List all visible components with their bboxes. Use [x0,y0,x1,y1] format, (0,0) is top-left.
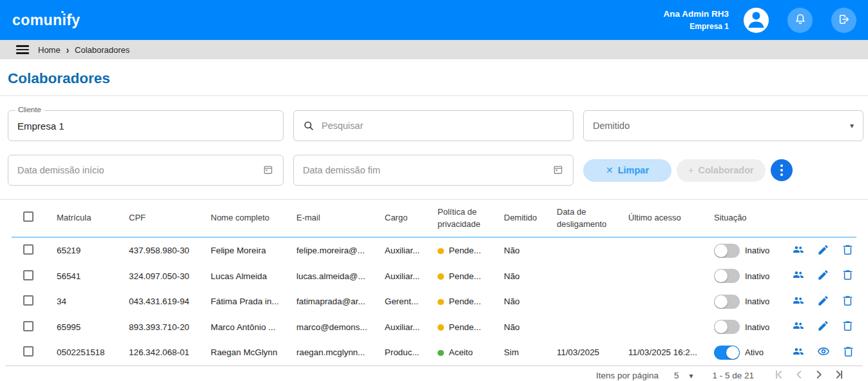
delete-button[interactable] [842,320,854,334]
group-icon [791,268,805,284]
notifications-button[interactable] [787,8,813,33]
cell-demitido: Não [504,297,557,306]
view-button[interactable] [817,345,830,360]
edit-button[interactable] [817,295,829,309]
select-all-checkbox[interactable] [23,211,34,222]
user-company: Empresa 1 [663,21,729,32]
delete-button[interactable] [842,269,854,283]
date-end-input[interactable] [303,165,552,175]
delete-button[interactable] [842,244,854,258]
table-row: 65995 893.393.710-20 Marco Antônio ... m… [12,315,856,340]
status-toggle[interactable] [714,295,740,309]
cell-politica: Pende... [438,246,504,255]
page-title: Colaboradores [8,70,868,87]
edit-button[interactable] [817,320,829,334]
bell-icon [794,13,807,28]
user-icon [744,8,769,33]
cell-cpf: 043.431.619-94 [129,297,211,306]
col-header-demitido: Demitido [504,212,557,224]
group-button[interactable] [791,243,805,259]
logo-dot [70,14,72,16]
cell-email: fatimaprada@ar... [296,297,385,306]
cell-cpf: 893.393.710-20 [129,322,211,332]
user-info: Ana Admin RH3 Empresa 1 [663,8,729,32]
top-header: comunify Ana Admin RH3 Empresa 1 [0,0,868,40]
cell-ultimo-acesso: 11/03/2025 16:2... [628,347,714,357]
items-per-page-label: Itens por página [596,371,659,380]
demitido-select[interactable]: Demitido ▾ [583,110,863,141]
prev-page-button[interactable] [793,369,805,381]
trash-icon [842,244,854,258]
filter-buttons: ✕ Limpar + Colaborador [583,155,863,186]
date-start-input[interactable] [17,165,262,175]
cell-situacao: Ativo [714,346,789,360]
edit-button[interactable] [817,269,829,283]
cell-situacao: Inativo [714,269,789,283]
next-page-button[interactable] [813,369,825,381]
more-options-button[interactable] [771,159,793,181]
col-header-email: E-mail [296,212,385,224]
delete-button[interactable] [842,346,854,360]
search-input[interactable] [322,121,564,131]
group-icon [791,319,805,335]
last-page-icon [833,369,845,381]
app-logo[interactable]: comunify [12,12,80,29]
first-page-button[interactable] [773,369,785,381]
items-per-page-value: 5 [674,371,679,380]
status-toggle[interactable] [714,244,740,258]
breadcrumb-home[interactable]: Home [38,45,61,55]
col-header-ultimo-acesso: Último acesso [628,212,714,224]
row-actions [789,243,856,259]
calendar-end-button[interactable] [552,164,564,177]
cell-cargo: Gerent... [385,297,438,306]
cell-cpf: 437.958.980-30 [129,246,211,255]
items-per-page-select[interactable]: 5 ▾ [674,371,693,380]
status-dot [438,350,444,357]
cell-email: raegan.mcglynn... [296,347,385,357]
status-toggle[interactable] [714,320,740,334]
cell-nome: Felipe Moreira [211,246,296,255]
cell-nome: Lucas Almeida [211,271,296,281]
cell-nome: Marco Antônio ... [211,322,296,332]
cell-politica: Aceito [438,347,504,357]
row-checkbox[interactable] [23,270,34,280]
cell-cargo: Auxiliar... [385,246,438,255]
calendar-start-button[interactable] [262,164,274,177]
row-actions [789,268,856,284]
trash-icon [842,320,854,334]
cell-matricula: 56541 [57,271,129,281]
clear-filters-button[interactable]: ✕ Limpar [583,159,671,182]
chevron-left-icon [793,369,805,381]
menu-button[interactable] [16,45,29,54]
cliente-field[interactable]: Cliente Empresa 1 [8,110,284,141]
edit-button[interactable] [817,244,829,258]
pagination: Itens por página 5 ▾ 1 - 5 de 21 [0,366,868,381]
cell-email: lucas.almeida@... [296,271,385,281]
avatar[interactable] [744,8,769,33]
group-button[interactable] [791,268,805,284]
group-button[interactable] [791,294,805,309]
row-checkbox[interactable] [23,295,34,306]
row-checkbox[interactable] [23,346,34,357]
calendar-icon [262,164,274,177]
last-page-button[interactable] [833,369,845,381]
eye-icon [817,345,830,360]
pager-nav [773,369,845,381]
demitido-value: Demitido [593,121,630,131]
group-button[interactable] [791,345,805,360]
trash-icon [842,346,854,360]
status-toggle[interactable] [714,269,740,283]
cell-situacao: Inativo [714,295,789,309]
group-button[interactable] [791,319,805,335]
status-label: Inativo [745,271,769,281]
row-checkbox[interactable] [23,244,34,255]
edit-icon [817,295,829,309]
add-collaborator-button[interactable]: + Colaborador [677,159,766,182]
date-end-field [293,155,574,186]
cell-politica: Pende... [438,297,504,306]
status-toggle[interactable] [714,346,740,360]
logout-button[interactable] [831,8,856,33]
cell-nome: Fátima Prada in... [211,297,296,306]
delete-button[interactable] [842,295,854,309]
row-checkbox[interactable] [23,321,34,331]
